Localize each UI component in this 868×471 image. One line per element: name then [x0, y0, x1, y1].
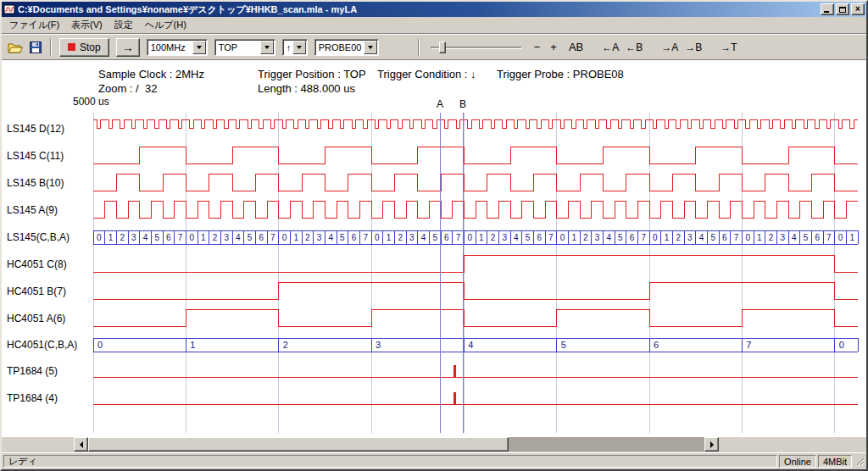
svg-text:4: 4	[606, 233, 611, 242]
scroll-right-button[interactable]	[704, 437, 719, 452]
app-window: C:¥Documents and Settings¥noname¥デスクトップ¥…	[0, 0, 868, 471]
scroll-left-button[interactable]	[74, 437, 88, 452]
maximize-button[interactable]	[836, 3, 849, 15]
run-button[interactable]: →	[116, 38, 140, 57]
scrollbar-row	[2, 437, 866, 452]
svg-text:5: 5	[618, 233, 623, 242]
trigger-position-value: TOP	[215, 42, 260, 53]
channel-label-ls145-c11: LS145 C(11)	[7, 149, 64, 163]
trigger-edge-dropdown-button[interactable]	[292, 41, 306, 54]
stop-button[interactable]: Stop	[59, 38, 109, 57]
svg-text:6: 6	[722, 233, 727, 242]
svg-text:7: 7	[746, 340, 751, 350]
svg-text:5: 5	[154, 233, 159, 242]
svg-text:0: 0	[838, 233, 843, 242]
channel-label-hc4051-c8: HC4051 C(8)	[7, 258, 67, 271]
close-button[interactable]: ×	[851, 3, 865, 15]
horizontal-scrollbar[interactable]	[74, 437, 719, 452]
chevron-down-icon	[197, 46, 202, 49]
waveform-client-area: Sample Clock : 2MHz Trigger Position : T…	[2, 60, 866, 437]
menu-file[interactable]: ファイル(F)	[3, 16, 65, 34]
svg-text:1: 1	[757, 233, 762, 242]
sample-rate-combo[interactable]: 100MHz	[147, 39, 208, 56]
ab-markers-button[interactable]: AB	[565, 39, 587, 55]
jump-left-b-button[interactable]: ←B	[622, 40, 646, 55]
svg-text:1: 1	[293, 233, 298, 242]
svg-text:1: 1	[190, 340, 195, 350]
svg-text:4: 4	[792, 233, 797, 242]
svg-text:3: 3	[687, 233, 693, 242]
svg-text:3: 3	[780, 233, 785, 242]
jump-trigger-button[interactable]: →T	[717, 40, 740, 55]
svg-text:5: 5	[710, 233, 715, 242]
svg-text:7: 7	[178, 233, 183, 242]
svg-text:0: 0	[839, 340, 844, 350]
menu-help[interactable]: ヘルプ(H)	[139, 16, 192, 34]
svg-text:2: 2	[583, 233, 588, 242]
svg-text:0: 0	[745, 233, 750, 242]
menu-view[interactable]: 表示(V)	[65, 16, 108, 34]
minimize-icon	[824, 11, 829, 13]
svg-text:2: 2	[491, 233, 496, 242]
menubar: ファイル(F) 表示(V) 設定 ヘルプ(H)	[2, 17, 866, 34]
svg-text:1: 1	[387, 233, 392, 242]
chevron-down-icon	[297, 46, 302, 49]
svg-text:3: 3	[224, 233, 229, 242]
stop-icon	[68, 43, 75, 51]
open-button[interactable]	[5, 37, 25, 58]
svg-text:4: 4	[328, 233, 333, 242]
jump-left-a-button[interactable]: ←A	[598, 40, 622, 55]
resize-grip[interactable]	[854, 455, 865, 468]
window-title: C:¥Documents and Settings¥noname¥デスクトップ¥…	[18, 3, 819, 16]
svg-text:5: 5	[804, 233, 809, 242]
trigger-probe-combo[interactable]: PROBE00	[314, 39, 379, 56]
waveform-plot[interactable]: 0123456701234567012345670123456701234567…	[2, 60, 861, 437]
jump-right-a-button[interactable]: →A	[658, 40, 682, 55]
trigger-edge-value: ↑	[283, 42, 292, 53]
menu-settings[interactable]: 設定	[108, 16, 139, 34]
svg-text:0: 0	[97, 340, 103, 350]
save-button[interactable]	[25, 37, 46, 58]
svg-text:6: 6	[259, 233, 264, 242]
trigger-position-combo[interactable]: TOP	[214, 39, 275, 56]
chevron-down-icon	[368, 46, 373, 49]
floppy-icon	[30, 42, 42, 53]
triangle-right-icon	[710, 441, 714, 448]
svg-text:3: 3	[502, 233, 507, 242]
svg-text:0: 0	[375, 233, 380, 242]
toolbar-separator	[50, 39, 52, 56]
zoom-in-button[interactable]: +	[547, 39, 560, 55]
svg-text:7: 7	[641, 233, 646, 242]
trigger-edge-combo[interactable]: ↑	[282, 39, 308, 56]
svg-text:6: 6	[352, 233, 357, 242]
sample-rate-dropdown-button[interactable]	[192, 41, 206, 54]
open-folder-icon	[8, 42, 23, 53]
svg-text:2: 2	[305, 233, 310, 242]
channel-label-ls145-a9: LS145 A(9)	[7, 203, 58, 217]
svg-text:7: 7	[363, 233, 368, 242]
svg-text:0: 0	[653, 233, 658, 242]
zoom-slider-thumb[interactable]	[439, 42, 446, 53]
svg-text:3: 3	[317, 233, 322, 242]
svg-text:5: 5	[432, 233, 437, 242]
svg-text:4: 4	[236, 233, 241, 242]
svg-text:6: 6	[815, 233, 820, 242]
trigger-probe-dropdown-button[interactable]	[364, 41, 377, 54]
scrollbar-thumb[interactable]	[88, 437, 509, 452]
svg-text:3: 3	[376, 340, 381, 350]
svg-text:5: 5	[248, 233, 253, 242]
zoom-out-button[interactable]: −	[531, 39, 544, 55]
svg-text:7: 7	[456, 233, 461, 242]
svg-text:1: 1	[665, 233, 670, 242]
svg-text:4: 4	[514, 233, 519, 242]
svg-text:4: 4	[468, 340, 473, 350]
scrollbar-track[interactable]	[509, 437, 704, 452]
trigger-position-dropdown-button[interactable]	[260, 41, 274, 54]
svg-text:1: 1	[479, 233, 484, 242]
close-icon: ×	[855, 5, 860, 14]
minimize-button[interactable]	[821, 3, 834, 15]
svg-text:3: 3	[409, 233, 415, 242]
triangle-left-icon	[80, 441, 83, 448]
jump-right-b-button[interactable]: →B	[682, 40, 705, 55]
zoom-slider[interactable]	[431, 40, 522, 55]
